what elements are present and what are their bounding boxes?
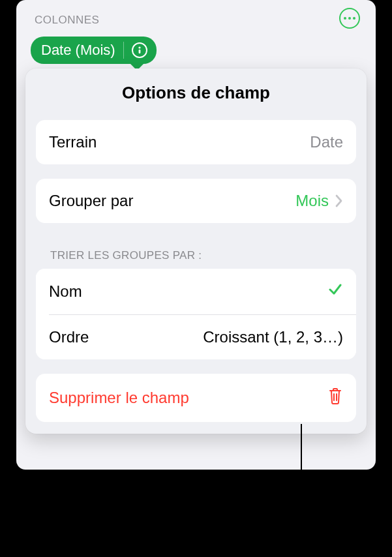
popover-title: Options de champ <box>36 83 356 103</box>
terrain-label: Terrain <box>49 133 97 151</box>
ellipsis-icon <box>348 17 351 20</box>
sort-by-label: Nom <box>49 282 82 301</box>
order-value: Croissant (1, 2, 3…) <box>203 328 343 346</box>
pill-row: Date (Mois) <box>16 30 376 70</box>
info-icon[interactable] <box>132 42 147 58</box>
callout-line <box>301 424 302 513</box>
terrain-value: Date <box>310 133 343 151</box>
ellipsis-icon <box>353 17 355 20</box>
terrain-row[interactable]: Terrain Date <box>36 120 356 164</box>
ellipsis-icon <box>344 17 346 20</box>
delete-field-label: Supprimer le champ <box>49 389 189 407</box>
svg-point-0 <box>138 46 140 48</box>
delete-field-row[interactable]: Supprimer le champ <box>36 374 356 422</box>
columns-panel: COLONNES Date (Mois) Options de champ Te… <box>16 0 376 470</box>
sort-section-header: TRIER LES GROUPES PAR : <box>36 249 356 269</box>
panel-header: COLONNES <box>16 0 376 30</box>
section-header-label: COLONNES <box>35 14 99 27</box>
order-row[interactable]: Ordre Croissant (1, 2, 3…) <box>36 315 356 359</box>
sort-by-row[interactable]: Nom <box>36 269 356 314</box>
chevron-right-icon <box>335 194 343 207</box>
field-options-popover: Options de champ Terrain Date Grouper pa… <box>25 68 367 434</box>
trash-icon <box>327 387 343 409</box>
pill-divider <box>123 42 124 59</box>
svg-rect-1 <box>138 50 140 53</box>
checkmark-icon <box>327 282 343 301</box>
group-by-row[interactable]: Grouper par Mois <box>36 179 356 223</box>
field-pill[interactable]: Date (Mois) <box>31 37 157 64</box>
more-options-button[interactable] <box>339 8 360 29</box>
order-label: Ordre <box>49 328 89 346</box>
group-by-value: Mois <box>295 192 329 210</box>
group-by-label: Grouper par <box>49 192 133 210</box>
sort-group: Nom Ordre Croissant (1, 2, 3…) <box>36 269 356 359</box>
field-pill-label: Date (Mois) <box>41 42 115 59</box>
